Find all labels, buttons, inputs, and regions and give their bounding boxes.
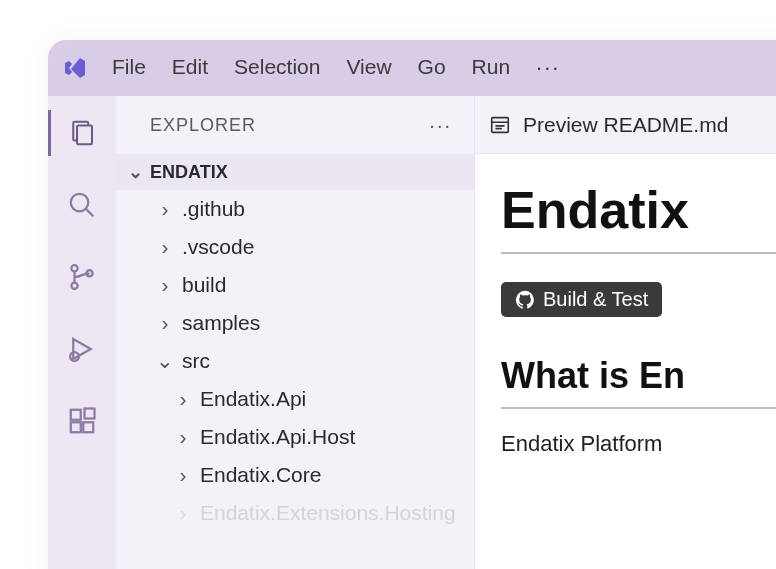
badge-label: Build & Test (543, 288, 648, 311)
titlebar: File Edit Selection View Go Run ··· (48, 40, 776, 96)
paragraph-text: Endatix Platform (501, 431, 776, 457)
tree-label: Endatix.Api (200, 387, 306, 411)
svg-point-2 (71, 194, 89, 212)
preview-content: Endatix Build & Test What is En Endatix … (475, 154, 776, 457)
menu-edit[interactable]: Edit (172, 55, 208, 81)
menu-overflow-icon[interactable]: ··· (536, 55, 560, 81)
tree-label: Endatix.Core (200, 463, 321, 487)
folder-endatix-api[interactable]: ›Endatix.Api (116, 380, 474, 418)
menubar: File Edit Selection View Go Run ··· (112, 55, 560, 81)
menu-file[interactable]: File (112, 55, 146, 81)
folder-github[interactable]: ›.github (116, 190, 474, 228)
tree-label: Endatix.Api.Host (200, 425, 355, 449)
extensions-icon[interactable] (65, 404, 99, 438)
folder-src[interactable]: ⌄src (116, 342, 474, 380)
tree-label: src (182, 349, 210, 373)
editor-area: Preview README.md Endatix Build & Test W… (474, 96, 776, 569)
workspace-root[interactable]: ⌄ ENDATIX (116, 154, 474, 190)
chevron-down-icon: ⌄ (126, 161, 144, 183)
chevron-right-icon: › (174, 463, 192, 487)
vscode-logo-icon (62, 55, 88, 81)
tree-label: build (182, 273, 226, 297)
build-badge[interactable]: Build & Test (501, 282, 662, 317)
folder-endatix-api-host[interactable]: ›Endatix.Api.Host (116, 418, 474, 456)
svg-rect-12 (492, 117, 509, 132)
search-icon[interactable] (65, 188, 99, 222)
tree-label: Endatix.Extensions.Hosting (200, 501, 456, 525)
chevron-right-icon: › (174, 425, 192, 449)
svg-rect-11 (85, 409, 95, 419)
section-heading: What is En (501, 355, 776, 397)
activity-bar (48, 96, 116, 569)
folder-build[interactable]: ›build (116, 266, 474, 304)
svg-rect-9 (71, 422, 81, 432)
h2-section: What is En (501, 355, 776, 409)
h1-section: Endatix (501, 180, 776, 254)
explorer-icon[interactable] (65, 116, 99, 150)
folder-endatix-core[interactable]: ›Endatix.Core (116, 456, 474, 494)
chevron-down-icon: ⌄ (156, 349, 174, 373)
chevron-right-icon: › (174, 501, 192, 525)
folder-samples[interactable]: ›samples (116, 304, 474, 342)
preview-icon (489, 114, 511, 136)
menu-run[interactable]: Run (472, 55, 511, 81)
svg-point-4 (71, 265, 77, 271)
menu-view[interactable]: View (346, 55, 391, 81)
folder-vscode[interactable]: ›.vscode (116, 228, 474, 266)
tree-label: .vscode (182, 235, 254, 259)
menu-selection[interactable]: Selection (234, 55, 320, 81)
chevron-right-icon: › (174, 387, 192, 411)
tree-label: .github (182, 197, 245, 221)
editor-tab-label[interactable]: Preview README.md (523, 113, 728, 137)
source-control-icon[interactable] (65, 260, 99, 294)
chevron-right-icon: › (156, 235, 174, 259)
explorer-sidebar: EXPLORER ··· ⌄ ENDATIX ›.github ›.vscode… (116, 96, 474, 569)
svg-rect-1 (77, 126, 92, 145)
page-title: Endatix (501, 180, 776, 240)
workbench-body: EXPLORER ··· ⌄ ENDATIX ›.github ›.vscode… (48, 96, 776, 569)
sidebar-header: EXPLORER ··· (116, 96, 474, 154)
github-icon (515, 290, 535, 310)
menu-go[interactable]: Go (418, 55, 446, 81)
svg-point-5 (71, 283, 77, 289)
run-debug-icon[interactable] (65, 332, 99, 366)
chevron-right-icon: › (156, 197, 174, 221)
svg-rect-8 (71, 410, 81, 420)
file-tree: ⌄ ENDATIX ›.github ›.vscode ›build ›samp… (116, 154, 474, 569)
chevron-right-icon: › (156, 273, 174, 297)
folder-endatix-extensions-hosting[interactable]: ›Endatix.Extensions.Hosting (116, 494, 474, 532)
chevron-right-icon: › (156, 311, 174, 335)
sidebar-title: EXPLORER (150, 115, 256, 136)
editor-tabbar: Preview README.md (475, 96, 776, 154)
tree-label: samples (182, 311, 260, 335)
workspace-root-label: ENDATIX (150, 162, 228, 183)
svg-rect-10 (83, 422, 93, 432)
vscode-window: File Edit Selection View Go Run ··· (48, 40, 776, 569)
sidebar-more-icon[interactable]: ··· (429, 114, 452, 137)
svg-line-3 (86, 209, 94, 217)
